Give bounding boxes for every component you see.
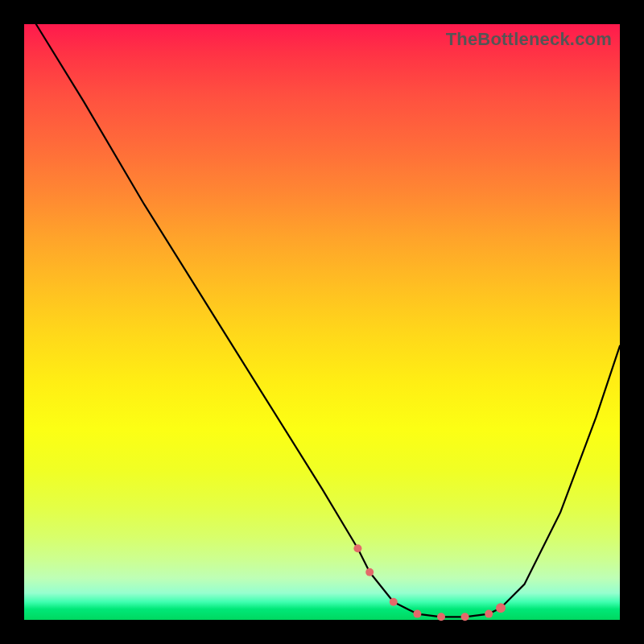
- chart-frame: TheBottleneck.com: [0, 0, 644, 644]
- valley-marker: [365, 568, 374, 576]
- valley-marker: [413, 610, 421, 618]
- plot-area: TheBottleneck.com: [24, 24, 620, 620]
- valley-marker: [437, 613, 445, 621]
- valley-marker: [496, 603, 506, 613]
- valley-marker: [353, 544, 361, 552]
- valley-markers: [353, 544, 506, 621]
- valley-marker: [461, 613, 469, 621]
- curve-svg: [24, 24, 620, 620]
- valley-marker: [390, 598, 398, 606]
- valley-marker: [485, 610, 493, 618]
- bottleneck-curve: [36, 24, 620, 617]
